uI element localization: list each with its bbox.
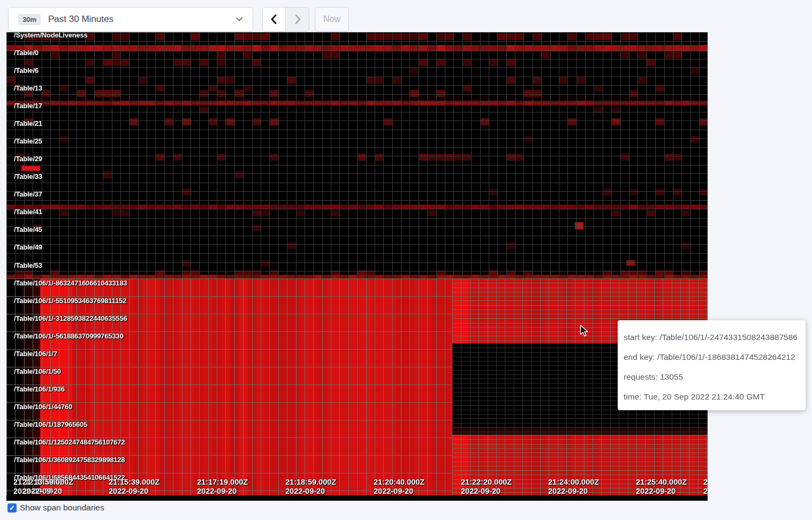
chevron-right-icon [293, 14, 302, 25]
now-button[interactable]: Now [315, 7, 349, 32]
key-visualizer[interactable]: /System/NodeLiveness/Table/0/Table/6/Tab… [6, 32, 708, 501]
show-span-boundaries-label: Show span boundaries [20, 503, 104, 513]
prev-window-button[interactable] [263, 7, 286, 31]
next-window-button[interactable] [286, 7, 309, 31]
time-nav-group [262, 7, 309, 32]
hover-tooltip: start key: /Table/106/1/-247433150824388… [618, 320, 806, 410]
heatmap-canvas[interactable] [6, 32, 708, 501]
chevron-left-icon [270, 14, 278, 25]
time-window-label: Past 30 Minutes [48, 14, 236, 25]
footer: ✓ Show span boundaries [7, 503, 104, 513]
show-span-boundaries-checkbox[interactable]: ✓ [7, 503, 17, 513]
tooltip-requests: requests: 13055 [624, 367, 800, 387]
time-window-dropdown[interactable]: 30m Past 30 Minutes [8, 7, 253, 32]
tooltip-start-key: start key: /Table/106/1/-247433150824388… [624, 327, 800, 347]
mouse-cursor-icon [580, 325, 591, 337]
tooltip-end-key: end key: /Table/106/1/-18683814745282642… [624, 347, 800, 367]
chevron-down-icon [236, 16, 243, 23]
time-window-badge: 30m [18, 14, 41, 25]
toolbar: 30m Past 30 Minutes Now [8, 7, 349, 32]
tooltip-time: time: Tue, 20 Sep 2022 21:24:40 GMT [624, 387, 800, 406]
